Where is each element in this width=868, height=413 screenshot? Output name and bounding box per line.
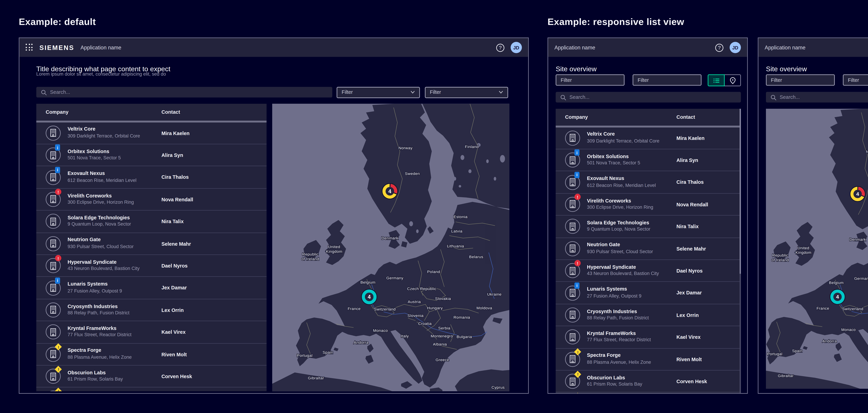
app-switcher-icon[interactable] bbox=[26, 44, 33, 51]
map-view-button[interactable] bbox=[724, 74, 741, 86]
map-label: Germany bbox=[386, 276, 403, 280]
company-address: 501 Nova Trace, Sector 5 bbox=[587, 160, 640, 166]
column-contact[interactable]: Contact bbox=[677, 114, 695, 120]
company-address: 300 Eclipse Drive, Horizon Ring bbox=[587, 204, 653, 210]
filter-input-2[interactable]: Filter bbox=[632, 74, 702, 85]
filter-dropdown-2[interactable]: Filter bbox=[425, 87, 508, 98]
cluster-count: 4 bbox=[368, 294, 371, 300]
table-row[interactable]: !Virelith Coreworks300 Eclipse Drive, Ho… bbox=[556, 194, 741, 216]
table-row[interactable]: Veltrix Core309 Darklight Terrace, Orbit… bbox=[556, 127, 741, 149]
map-cluster-marker[interactable]: 4 bbox=[361, 289, 377, 305]
table-row[interactable]: !Virelith Coreworks300 Eclipse Drive, Ho… bbox=[36, 188, 267, 211]
warning-badge-icon: ! bbox=[55, 344, 62, 351]
company-name: Spectra Forge bbox=[587, 353, 621, 358]
filter-input-1[interactable]: Filter bbox=[556, 74, 625, 85]
search-icon bbox=[41, 89, 47, 95]
company-address: 612 Beacon Rise, Meridian Level bbox=[587, 182, 656, 188]
building-icon bbox=[569, 311, 576, 319]
table-row[interactable]: !Hypervaal Syndicate43 Neuron Boulevard,… bbox=[556, 260, 741, 282]
search-input[interactable]: Search... bbox=[556, 92, 741, 102]
view-toggle bbox=[708, 74, 741, 86]
map-label: Albania bbox=[433, 342, 447, 346]
chevron-down-icon bbox=[499, 91, 503, 94]
building-icon bbox=[50, 328, 56, 336]
contact-name: Riven Molt bbox=[161, 352, 187, 357]
page-subtitle: Lorem ipsum dolor sit amet, consectetur … bbox=[36, 71, 166, 77]
contact-name: Alira Syn bbox=[677, 158, 698, 163]
cluster-count: 4 bbox=[856, 191, 859, 197]
table-row[interactable]: !Spectra Forge88 Plasma Avenue, Helix Zo… bbox=[36, 343, 267, 366]
table-row[interactable]: ! bbox=[36, 388, 267, 391]
table-row[interactable]: iOrbitex Solutions501 Nova Trace, Sector… bbox=[36, 144, 267, 167]
table-row[interactable]: Neutrion Gate930 Pulsar Street, Cloud Se… bbox=[556, 238, 741, 260]
column-contact[interactable]: Contact bbox=[161, 109, 180, 115]
building-icon bbox=[569, 222, 576, 231]
map-europe[interactable]: NorwayFinlandSwedenEstoniaLatviaDenmarkL… bbox=[272, 104, 509, 391]
company-address: 309 Darklight Terrace, Orbital Core bbox=[67, 133, 140, 139]
column-company[interactable]: Company bbox=[565, 114, 588, 120]
map-cluster-marker[interactable]: 4 bbox=[830, 289, 845, 305]
column-company[interactable]: Company bbox=[45, 109, 68, 115]
building-icon bbox=[50, 262, 56, 270]
table-row[interactable]: ! bbox=[556, 393, 741, 393]
chevron-down-icon bbox=[410, 91, 415, 94]
company-address: 930 Pulsar Street, Cloud Sector bbox=[587, 249, 653, 254]
map-label: France bbox=[348, 306, 361, 311]
table-row[interactable]: iLunaris Systems27 Fusion Alley, Outpost… bbox=[556, 282, 741, 304]
info-badge-icon: i bbox=[575, 172, 580, 178]
map-label: UnitedKingdom bbox=[796, 246, 811, 255]
user-avatar[interactable]: JD bbox=[510, 42, 522, 53]
user-avatar[interactable]: JD bbox=[730, 42, 741, 53]
table-scrollbar[interactable] bbox=[739, 109, 741, 393]
company-name: Orbitex Solutions bbox=[67, 148, 109, 154]
window-responsive-map: Application name ? JD Site overview Filt… bbox=[758, 37, 868, 394]
contact-name: Nova Rendall bbox=[677, 202, 708, 207]
table-row[interactable]: Kryntal FrameWorks77 Flux Street, Reacto… bbox=[556, 326, 741, 348]
cluster-count: 4 bbox=[836, 294, 839, 300]
company-address: 88 Plasma Avenue, Helix Zone bbox=[587, 359, 651, 365]
table-row[interactable]: iExovault Nexus612 Beacon Rise, Meridian… bbox=[36, 167, 267, 188]
table-header-separator bbox=[36, 121, 267, 122]
map-cluster-marker[interactable]: 4 bbox=[382, 183, 398, 199]
table-row[interactable]: Neutrion Gate930 Pulsar Street, Cloud Se… bbox=[36, 233, 267, 255]
search-input[interactable]: Search... bbox=[36, 87, 332, 97]
help-icon[interactable]: ? bbox=[496, 43, 504, 52]
building-icon bbox=[569, 200, 576, 208]
help-icon[interactable]: ? bbox=[715, 43, 723, 52]
table-row[interactable]: Cryosynth Industries88 Relay Path, Fusio… bbox=[556, 304, 741, 326]
company-name: Veltrix Core bbox=[587, 131, 615, 137]
contact-name: Alira Syn bbox=[161, 152, 183, 158]
map-label: Republicof Ireland bbox=[302, 252, 319, 261]
warning-badge-icon: ! bbox=[575, 393, 581, 393]
map-label: Denmark bbox=[849, 237, 866, 242]
table-row[interactable]: Kryntal FrameWorks77 Flux Street, Reacto… bbox=[36, 321, 267, 343]
company-icon-circle bbox=[565, 307, 580, 322]
table-row[interactable]: !Spectra Forge88 Plasma Avenue, Helix Zo… bbox=[556, 348, 741, 371]
table-row[interactable]: Solara Edge Technologies9 Quantum Loop, … bbox=[556, 216, 741, 238]
list-view-button[interactable] bbox=[708, 74, 724, 86]
table-row[interactable]: Cryosynth Industries88 Relay Path, Fusio… bbox=[36, 299, 267, 321]
company-address: 612 Beacon Rise, Meridian Level bbox=[67, 177, 136, 183]
table-row[interactable]: Veltrix Core309 Darklight Terrace, Orbit… bbox=[36, 122, 267, 144]
map-label: Austria bbox=[408, 300, 421, 304]
app-header: Application name ? JD bbox=[548, 38, 747, 57]
alarm-badge-icon: ! bbox=[575, 194, 581, 200]
table-row[interactable]: !Obscurion Labs61 Prism Row, Solaris Bay… bbox=[556, 371, 741, 393]
building-icon bbox=[569, 289, 576, 297]
map-label: Latvia bbox=[451, 229, 462, 233]
filter-dropdown-1[interactable]: Filter bbox=[337, 87, 420, 98]
map-europe[interactable]: NorwayFinlandSwedenEstoniaLatviaDenmarkL… bbox=[766, 109, 868, 389]
warning-badge-icon: ! bbox=[575, 371, 581, 378]
building-icon bbox=[569, 244, 576, 253]
filter-input-1[interactable]: Filter bbox=[766, 74, 835, 85]
table-row[interactable]: iLunaris Systems27 Fusion Alley, Outpost… bbox=[36, 277, 267, 299]
table-row[interactable]: !Obscurion Labs61 Prism Row, Solaris Bay… bbox=[36, 366, 267, 388]
filter-input-2[interactable]: Filter bbox=[843, 74, 868, 85]
building-icon bbox=[50, 129, 56, 137]
table-row[interactable]: iOrbitex Solutions501 Nova Trace, Sector… bbox=[556, 149, 741, 171]
table-row[interactable]: !Hypervaal Syndicate43 Neuron Boulevard,… bbox=[36, 255, 267, 277]
map-cluster-marker[interactable]: 4 bbox=[850, 186, 866, 202]
table-row[interactable]: Solara Edge Technologies9 Quantum Loop, … bbox=[36, 211, 267, 233]
table-row[interactable]: iExovault Nexus612 Beacon Rise, Meridian… bbox=[556, 171, 741, 194]
search-input[interactable]: Search... bbox=[766, 92, 868, 102]
